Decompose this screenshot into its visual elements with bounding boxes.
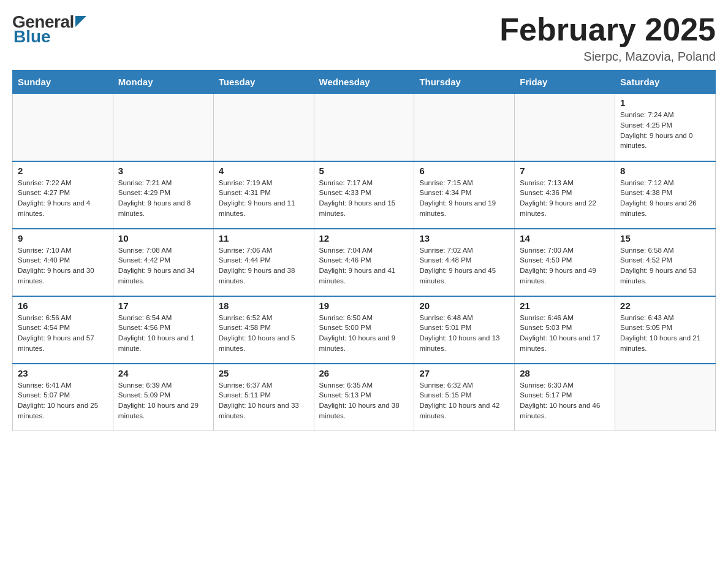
day-info: Sunrise: 6:58 AMSunset: 4:52 PMDaylight:…: [620, 245, 710, 286]
calendar-cell: 12Sunrise: 7:04 AMSunset: 4:46 PMDayligh…: [314, 229, 414, 296]
calendar-cell: [213, 94, 314, 161]
calendar-cell: 9Sunrise: 7:10 AMSunset: 4:40 PMDaylight…: [13, 229, 113, 296]
calendar-table: Sunday Monday Tuesday Wednesday Thursday…: [12, 70, 716, 431]
calendar-cell: 25Sunrise: 6:37 AMSunset: 5:11 PMDayligh…: [213, 364, 314, 431]
calendar-cell: 15Sunrise: 6:58 AMSunset: 4:52 PMDayligh…: [615, 229, 716, 296]
day-info: Sunrise: 6:39 AMSunset: 5:09 PMDaylight:…: [118, 380, 208, 421]
day-number: 21: [520, 301, 610, 311]
calendar-cell: 3Sunrise: 7:21 AMSunset: 4:29 PMDaylight…: [113, 161, 213, 229]
calendar-cell: 19Sunrise: 6:50 AMSunset: 5:00 PMDayligh…: [314, 296, 414, 364]
calendar-week-row: 9Sunrise: 7:10 AMSunset: 4:40 PMDaylight…: [13, 229, 716, 296]
calendar-cell: 21Sunrise: 6:46 AMSunset: 5:03 PMDayligh…: [515, 296, 615, 364]
calendar-cell: 8Sunrise: 7:12 AMSunset: 4:38 PMDaylight…: [615, 161, 716, 229]
day-info: Sunrise: 7:02 AMSunset: 4:48 PMDaylight:…: [419, 245, 509, 286]
calendar-cell: 7Sunrise: 7:13 AMSunset: 4:36 PMDaylight…: [515, 161, 615, 229]
day-number: 20: [419, 301, 509, 311]
header-tuesday: Tuesday: [213, 71, 314, 94]
day-number: 4: [219, 166, 309, 176]
calendar-cell: 4Sunrise: 7:19 AMSunset: 4:31 PMDaylight…: [213, 161, 314, 229]
calendar-cell: 11Sunrise: 7:06 AMSunset: 4:44 PMDayligh…: [213, 229, 314, 296]
calendar-cell: 26Sunrise: 6:35 AMSunset: 5:13 PMDayligh…: [314, 364, 414, 431]
day-info: Sunrise: 7:21 AMSunset: 4:29 PMDaylight:…: [118, 178, 208, 219]
day-number: 2: [18, 166, 108, 176]
calendar-cell: 6Sunrise: 7:15 AMSunset: 4:34 PMDaylight…: [414, 161, 515, 229]
calendar-cell: 17Sunrise: 6:54 AMSunset: 4:56 PMDayligh…: [113, 296, 213, 364]
day-info: Sunrise: 7:10 AMSunset: 4:40 PMDaylight:…: [18, 245, 108, 286]
calendar-cell: [113, 94, 213, 161]
day-info: Sunrise: 6:30 AMSunset: 5:17 PMDaylight:…: [520, 380, 610, 421]
day-info: Sunrise: 6:46 AMSunset: 5:03 PMDaylight:…: [520, 313, 610, 354]
day-number: 15: [620, 233, 710, 243]
day-info: Sunrise: 7:24 AMSunset: 4:25 PMDaylight:…: [620, 110, 710, 151]
day-info: Sunrise: 6:41 AMSunset: 5:07 PMDaylight:…: [18, 380, 108, 421]
header-friday: Friday: [515, 71, 615, 94]
day-info: Sunrise: 6:50 AMSunset: 5:00 PMDaylight:…: [319, 313, 409, 354]
day-info: Sunrise: 6:54 AMSunset: 4:56 PMDaylight:…: [118, 313, 208, 354]
calendar-cell: 5Sunrise: 7:17 AMSunset: 4:33 PMDaylight…: [314, 161, 414, 229]
calendar-title: February 2025: [499, 12, 716, 47]
day-number: 27: [419, 368, 509, 378]
day-number: 10: [118, 233, 208, 243]
calendar-cell: 18Sunrise: 6:52 AMSunset: 4:58 PMDayligh…: [213, 296, 314, 364]
day-number: 8: [620, 166, 710, 176]
day-info: Sunrise: 6:37 AMSunset: 5:11 PMDaylight:…: [219, 380, 309, 421]
calendar-cell: [615, 364, 716, 431]
day-info: Sunrise: 7:22 AMSunset: 4:27 PMDaylight:…: [18, 178, 108, 219]
day-number: 28: [520, 368, 610, 378]
day-info: Sunrise: 6:35 AMSunset: 5:13 PMDaylight:…: [319, 380, 409, 421]
day-number: 22: [620, 301, 710, 311]
day-number: 26: [319, 368, 409, 378]
calendar-cell: [13, 94, 113, 161]
logo: General Blue: [12, 12, 89, 47]
calendar-cell: 24Sunrise: 6:39 AMSunset: 5:09 PMDayligh…: [113, 364, 213, 431]
day-number: 7: [520, 166, 610, 176]
day-info: Sunrise: 7:08 AMSunset: 4:42 PMDaylight:…: [118, 245, 208, 286]
logo-blue-text: Blue: [13, 27, 51, 47]
day-info: Sunrise: 6:56 AMSunset: 4:54 PMDaylight:…: [18, 313, 108, 354]
page-header: General Blue February 2025 Sierpc, Mazov…: [12, 12, 716, 64]
day-number: 11: [219, 233, 309, 243]
day-info: Sunrise: 7:17 AMSunset: 4:33 PMDaylight:…: [319, 178, 409, 219]
day-number: 17: [118, 301, 208, 311]
day-number: 23: [18, 368, 108, 378]
day-number: 3: [118, 166, 208, 176]
days-header-row: Sunday Monday Tuesday Wednesday Thursday…: [13, 71, 716, 94]
header-thursday: Thursday: [414, 71, 515, 94]
calendar-cell: [515, 94, 615, 161]
day-info: Sunrise: 7:04 AMSunset: 4:46 PMDaylight:…: [319, 245, 409, 286]
day-number: 16: [18, 301, 108, 311]
day-info: Sunrise: 7:06 AMSunset: 4:44 PMDaylight:…: [219, 245, 309, 286]
calendar-cell: 1Sunrise: 7:24 AMSunset: 4:25 PMDaylight…: [615, 94, 716, 161]
day-number: 19: [319, 301, 409, 311]
day-number: 6: [419, 166, 509, 176]
day-number: 18: [219, 301, 309, 311]
day-number: 25: [219, 368, 309, 378]
calendar-cell: 2Sunrise: 7:22 AMSunset: 4:27 PMDaylight…: [13, 161, 113, 229]
day-number: 12: [319, 233, 409, 243]
header-sunday: Sunday: [13, 71, 113, 94]
logo-arrow-icon: [75, 16, 89, 29]
calendar-week-row: 16Sunrise: 6:56 AMSunset: 4:54 PMDayligh…: [13, 296, 716, 364]
calendar-week-row: 1Sunrise: 7:24 AMSunset: 4:25 PMDaylight…: [13, 94, 716, 161]
day-number: 14: [520, 233, 610, 243]
day-info: Sunrise: 7:12 AMSunset: 4:38 PMDaylight:…: [620, 178, 710, 219]
day-info: Sunrise: 7:19 AMSunset: 4:31 PMDaylight:…: [219, 178, 309, 219]
calendar-subtitle: Sierpc, Mazovia, Poland: [499, 50, 716, 64]
calendar-cell: 20Sunrise: 6:48 AMSunset: 5:01 PMDayligh…: [414, 296, 515, 364]
day-info: Sunrise: 6:43 AMSunset: 5:05 PMDaylight:…: [620, 313, 710, 354]
calendar-cell: 10Sunrise: 7:08 AMSunset: 4:42 PMDayligh…: [113, 229, 213, 296]
calendar-week-row: 2Sunrise: 7:22 AMSunset: 4:27 PMDaylight…: [13, 161, 716, 229]
day-number: 5: [319, 166, 409, 176]
calendar-cell: 27Sunrise: 6:32 AMSunset: 5:15 PMDayligh…: [414, 364, 515, 431]
day-number: 9: [18, 233, 108, 243]
calendar-cell: 14Sunrise: 7:00 AMSunset: 4:50 PMDayligh…: [515, 229, 615, 296]
day-info: Sunrise: 6:48 AMSunset: 5:01 PMDaylight:…: [419, 313, 509, 354]
day-number: 1: [620, 98, 710, 108]
day-number: 24: [118, 368, 208, 378]
day-info: Sunrise: 6:32 AMSunset: 5:15 PMDaylight:…: [419, 380, 509, 421]
day-info: Sunrise: 6:52 AMSunset: 4:58 PMDaylight:…: [219, 313, 309, 354]
day-info: Sunrise: 7:13 AMSunset: 4:36 PMDaylight:…: [520, 178, 610, 219]
calendar-cell: 28Sunrise: 6:30 AMSunset: 5:17 PMDayligh…: [515, 364, 615, 431]
calendar-week-row: 23Sunrise: 6:41 AMSunset: 5:07 PMDayligh…: [13, 364, 716, 431]
svg-marker-0: [75, 16, 86, 27]
